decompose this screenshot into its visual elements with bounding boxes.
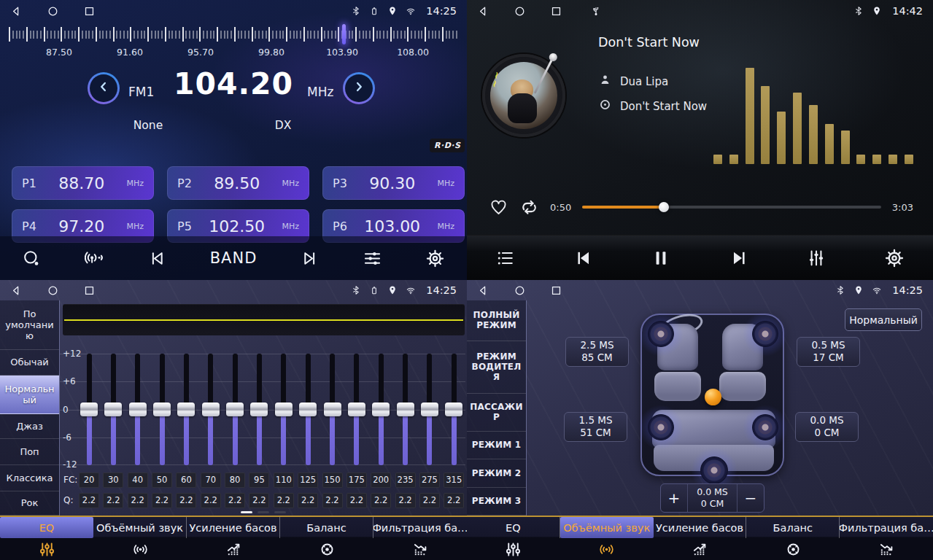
eq-band-knob-40[interactable] bbox=[129, 402, 147, 416]
settings-button[interactable] bbox=[425, 249, 445, 268]
eq-band-knob-275[interactable] bbox=[421, 402, 438, 416]
fc-value-20: 20 bbox=[79, 472, 99, 488]
field-preset-button[interactable]: Нормальный bbox=[845, 308, 922, 331]
recents-icon[interactable] bbox=[83, 5, 96, 18]
home-icon[interactable] bbox=[514, 5, 526, 18]
rear-right-delay-button[interactable]: 0.0 MS 0 CM bbox=[795, 412, 859, 442]
eq-band-knob-150[interactable] bbox=[324, 402, 341, 416]
tab-filter[interactable]: Фильтрация ба… bbox=[840, 517, 933, 560]
audio-mixer-button[interactable] bbox=[806, 248, 826, 268]
tab-balance[interactable]: Баланс bbox=[746, 517, 840, 560]
previous-station-button[interactable] bbox=[147, 249, 167, 268]
next-station-button[interactable] bbox=[300, 249, 320, 268]
previous-track-button[interactable] bbox=[573, 248, 594, 268]
recents-icon[interactable] bbox=[550, 284, 562, 297]
ruler-tick bbox=[116, 31, 117, 39]
increase-delay-button[interactable]: + bbox=[661, 484, 687, 512]
eq-band-knob-175[interactable] bbox=[348, 402, 365, 416]
eq-band-knob-80[interactable] bbox=[226, 402, 244, 416]
listening-mode-2[interactable]: ПАССАЖИР bbox=[467, 394, 526, 432]
scan-button[interactable] bbox=[22, 249, 42, 268]
seek-up-button[interactable] bbox=[343, 72, 375, 104]
ruler-tick bbox=[268, 27, 270, 42]
playlist-button[interactable] bbox=[495, 248, 516, 268]
front-left-delay-button[interactable]: 2.5 MS 85 CM bbox=[565, 337, 629, 367]
radio-pty-button[interactable] bbox=[85, 249, 104, 268]
eq-preset-5[interactable]: Классика bbox=[0, 465, 59, 491]
next-track-button[interactable] bbox=[729, 248, 749, 268]
tab-eq[interactable]: EQ bbox=[0, 517, 93, 560]
tuner-options-button[interactable] bbox=[363, 249, 382, 268]
band-button[interactable]: BAND bbox=[210, 249, 258, 267]
tab-bass-boost[interactable]: Усиление басов bbox=[654, 517, 747, 560]
ruler-tick bbox=[19, 31, 20, 39]
back-icon[interactable] bbox=[10, 284, 23, 297]
favorite-button[interactable] bbox=[489, 198, 508, 217]
settings-button[interactable] bbox=[884, 248, 905, 268]
tab-surround-sound[interactable]: Объёмный звук bbox=[560, 517, 654, 560]
back-icon[interactable] bbox=[477, 284, 489, 297]
decrease-delay-button[interactable]: − bbox=[738, 484, 764, 512]
seek-down-button[interactable] bbox=[88, 72, 120, 104]
recents-icon[interactable] bbox=[83, 284, 96, 297]
ruler-tick bbox=[456, 31, 457, 39]
ruler-tick bbox=[321, 27, 322, 42]
eq-band-knob-70[interactable] bbox=[202, 402, 220, 416]
front-right-delay-button[interactable]: 0.5 MS 17 CM bbox=[797, 337, 860, 367]
tab-filter[interactable]: Фильтрация ба… bbox=[373, 517, 467, 560]
listening-mode-0[interactable]: ПОЛНЫЙ РЕЖИМ bbox=[467, 300, 526, 341]
eq-band-knob-60[interactable] bbox=[177, 402, 195, 416]
ruler-tick bbox=[272, 31, 274, 39]
listening-mode-1[interactable]: РЕЖИМ ВОДИТЕЛЯ bbox=[467, 341, 526, 394]
eq-preset-3[interactable]: Джаз bbox=[0, 414, 59, 439]
progress-knob[interactable] bbox=[659, 202, 669, 212]
eq-preset-1[interactable]: Обычай bbox=[0, 350, 59, 375]
ruler-tick bbox=[310, 31, 311, 39]
home-icon[interactable] bbox=[47, 5, 59, 18]
preset-button-p3[interactable]: P390.30MHz bbox=[322, 166, 465, 200]
pause-button[interactable] bbox=[651, 248, 671, 268]
listening-mode-5[interactable]: РЕЖИМ 3 bbox=[467, 488, 526, 516]
eq-band-knob-20[interactable] bbox=[80, 402, 98, 416]
frequency-ruler[interactable] bbox=[9, 26, 458, 44]
eq-band-knob-200[interactable] bbox=[372, 402, 390, 416]
eq-band-knob-95[interactable] bbox=[250, 402, 268, 416]
preset-button-p1[interactable]: P188.70MHz bbox=[12, 166, 154, 200]
eq-preset-0[interactable]: По умолчанию bbox=[0, 300, 59, 350]
preset-id: P2 bbox=[177, 176, 192, 190]
q-value-70: 2.2 bbox=[201, 493, 221, 508]
ruler-tick bbox=[169, 31, 170, 39]
ruler-tick bbox=[12, 31, 14, 39]
eq-band-knob-30[interactable] bbox=[104, 402, 122, 416]
eq-band-knob-315[interactable] bbox=[445, 402, 462, 416]
delay-ms: 2.5 MS bbox=[581, 340, 614, 351]
back-icon[interactable] bbox=[10, 5, 23, 18]
repeat-button[interactable] bbox=[519, 198, 539, 217]
tab-eq[interactable]: EQ bbox=[467, 517, 560, 560]
home-icon[interactable] bbox=[514, 284, 526, 297]
listening-mode-3[interactable]: РЕЖИМ 1 bbox=[467, 432, 526, 460]
eq-preset-2[interactable]: Нормальный bbox=[0, 376, 59, 414]
recents-icon[interactable] bbox=[550, 5, 562, 18]
listening-position-marker[interactable] bbox=[705, 389, 721, 405]
preset-button-p2[interactable]: P289.50MHz bbox=[167, 166, 309, 200]
tab-label: Объёмный звук bbox=[93, 517, 187, 538]
eq-band-knob-110[interactable] bbox=[275, 402, 293, 416]
progress-slider[interactable] bbox=[582, 206, 881, 209]
tab-balance[interactable]: Баланс bbox=[280, 517, 373, 560]
back-icon[interactable] bbox=[477, 5, 489, 18]
eq-band-knob-235[interactable] bbox=[397, 402, 414, 416]
tab-surround-sound[interactable]: Объёмный звук bbox=[93, 517, 187, 560]
listening-mode-4[interactable]: РЕЖИМ 2 bbox=[467, 459, 526, 488]
clock: 14:42 bbox=[892, 5, 923, 17]
home-icon[interactable] bbox=[47, 284, 59, 297]
eq-band-knob-125[interactable] bbox=[299, 402, 317, 416]
eq-preset-4[interactable]: Поп bbox=[0, 439, 59, 465]
eq-preset-6[interactable]: Рок bbox=[0, 491, 59, 516]
eq-band-knob-50[interactable] bbox=[153, 402, 171, 416]
tab-bass-boost[interactable]: Усиление басов bbox=[187, 517, 280, 560]
ruler-tick bbox=[102, 31, 104, 39]
ruler-tick bbox=[155, 31, 156, 39]
balance-icon bbox=[746, 538, 840, 560]
rear-left-delay-button[interactable]: 1.5 MS 51 CM bbox=[564, 412, 627, 442]
